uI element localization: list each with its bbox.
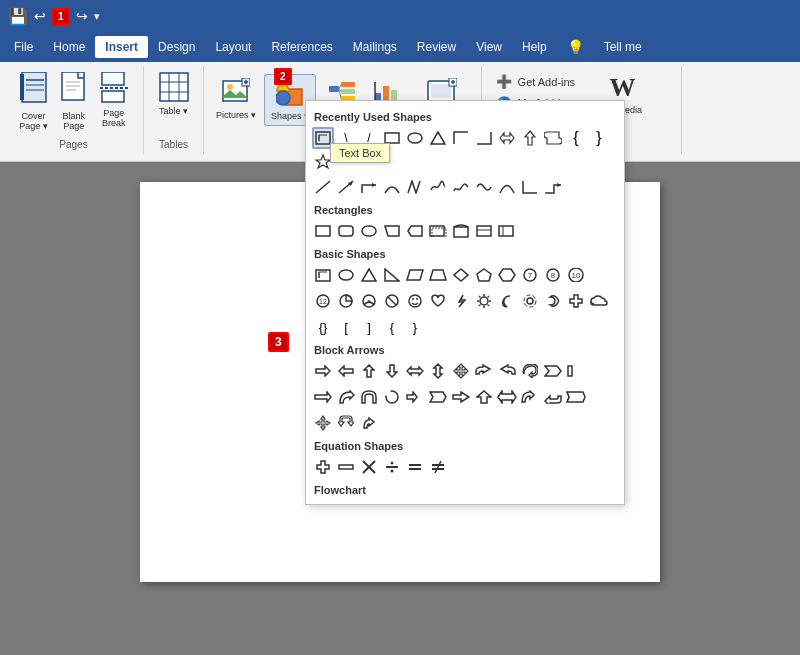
shape-triangle[interactable] (427, 127, 449, 149)
blank-page-button[interactable]: BlankPage (54, 68, 94, 135)
ba-leftright[interactable] (404, 360, 426, 382)
shape-dbarrow[interactable] (496, 127, 518, 149)
rect-shape6[interactable] (427, 220, 449, 242)
ba-quad[interactable] (450, 360, 472, 382)
line-shape[interactable] (312, 176, 334, 198)
eq-times[interactable] (358, 456, 380, 478)
ba-left[interactable] (335, 360, 357, 382)
bs-pie[interactable] (335, 290, 357, 312)
freeform-shape[interactable] (427, 176, 449, 198)
bs-cloud[interactable] (588, 290, 610, 312)
get-addins-button[interactable]: ➕ Get Add-ins (490, 72, 587, 91)
menu-lightbulb-icon[interactable]: 💡 (557, 35, 594, 59)
bs-moon[interactable] (496, 290, 518, 312)
curve-shape[interactable] (381, 176, 403, 198)
ba-striped[interactable] (565, 386, 587, 408)
rect-shape7[interactable] (450, 220, 472, 242)
arc-shape[interactable] (496, 176, 518, 198)
ba-move[interactable] (312, 412, 334, 434)
ba-uturn[interactable] (358, 386, 380, 408)
eq-plus[interactable] (312, 456, 334, 478)
menu-layout[interactable]: Layout (205, 36, 261, 58)
eq-notequal[interactable] (427, 456, 449, 478)
bent-shape[interactable] (542, 176, 564, 198)
bs-12gon[interactable]: 12 (312, 290, 334, 312)
menu-view[interactable]: View (466, 36, 512, 58)
bs-smiley[interactable] (404, 290, 426, 312)
rect-shape8[interactable] (473, 220, 495, 242)
bs-textbox[interactable] (312, 264, 334, 286)
ba-loop[interactable] (519, 360, 541, 382)
ba-quad2[interactable] (473, 386, 495, 408)
ba-back[interactable] (542, 386, 564, 408)
wave-shape[interactable] (473, 176, 495, 198)
ba-notched[interactable] (542, 360, 564, 382)
rect-shape9[interactable] (496, 220, 518, 242)
bs-crescent[interactable] (542, 290, 564, 312)
rect-shape5[interactable] (404, 220, 426, 242)
rect-shape2[interactable] (335, 220, 357, 242)
ba-curved-move[interactable] (335, 412, 357, 434)
bs-parallelogram[interactable] (404, 264, 426, 286)
rect-shape3[interactable] (358, 220, 380, 242)
menu-mailings[interactable]: Mailings (343, 36, 407, 58)
ba-updown[interactable] (427, 360, 449, 382)
menu-tell[interactable]: Tell me (594, 36, 652, 58)
table-button[interactable]: Table ▾ (153, 68, 195, 120)
zigzag-shape[interactable] (404, 176, 426, 198)
ba-stripe[interactable] (565, 360, 587, 382)
bs-oval[interactable] (335, 264, 357, 286)
bs-bracket-r[interactable]: ] (358, 316, 380, 338)
elbow-arrow-shape[interactable] (358, 176, 380, 198)
shape-oval[interactable] (404, 127, 426, 149)
elbow-shape2[interactable] (519, 176, 541, 198)
ba-right3[interactable] (450, 386, 472, 408)
bs-no[interactable] (381, 290, 403, 312)
rect-shape4[interactable] (381, 220, 403, 242)
shape-corner1[interactable] (450, 127, 472, 149)
ba-leftright2[interactable] (496, 386, 518, 408)
ba-up[interactable] (358, 360, 380, 382)
ba-right[interactable] (312, 360, 334, 382)
bs-pentagon[interactable] (473, 264, 495, 286)
menu-review[interactable]: Review (407, 36, 466, 58)
bs-cross[interactable] (565, 290, 587, 312)
bs-gear[interactable] (519, 290, 541, 312)
rect-shape1[interactable] (312, 220, 334, 242)
more-commands-icon[interactable]: ▾ (94, 10, 100, 23)
menu-help[interactable]: Help (512, 36, 557, 58)
bs-decagon[interactable]: 10 (565, 264, 587, 286)
eq-equals[interactable] (404, 456, 426, 478)
bs-sun[interactable] (473, 290, 495, 312)
ba-circular[interactable] (381, 386, 403, 408)
menu-design[interactable]: Design (148, 36, 205, 58)
ba-curved-right[interactable] (335, 386, 357, 408)
ba-down[interactable] (381, 360, 403, 382)
pictures-button[interactable]: Pictures ▾ (210, 74, 262, 124)
shape-brace-open[interactable]: { (565, 127, 587, 149)
line-arrow-shape[interactable] (335, 176, 357, 198)
bs-right-brace[interactable]: } (404, 316, 426, 338)
bs-chord[interactable] (358, 290, 380, 312)
shape-corner2[interactable] (473, 127, 495, 149)
bs-rt-triangle[interactable] (381, 264, 403, 286)
ba-right-double[interactable] (404, 386, 426, 408)
ba-right2[interactable] (312, 386, 334, 408)
shape-brace-close[interactable]: } (588, 127, 610, 149)
freehand-shape[interactable] (450, 176, 472, 198)
bs-hexagon[interactable] (496, 264, 518, 286)
menu-insert[interactable]: Insert (95, 36, 148, 58)
menu-file[interactable]: File (4, 36, 43, 58)
ba-right-curved[interactable] (473, 360, 495, 382)
redo-icon[interactable]: ↪ (76, 8, 88, 24)
ba-curved-up[interactable] (519, 386, 541, 408)
ba-loop2[interactable] (358, 412, 380, 434)
ba-notched2[interactable] (427, 386, 449, 408)
bs-trapezoid[interactable] (427, 264, 449, 286)
eq-minus[interactable] (335, 456, 357, 478)
menu-references[interactable]: References (261, 36, 342, 58)
bs-heptagon[interactable]: 7 (519, 264, 541, 286)
bs-bracket-l[interactable]: [ (335, 316, 357, 338)
shape-darrow[interactable] (519, 127, 541, 149)
menu-home[interactable]: Home (43, 36, 95, 58)
